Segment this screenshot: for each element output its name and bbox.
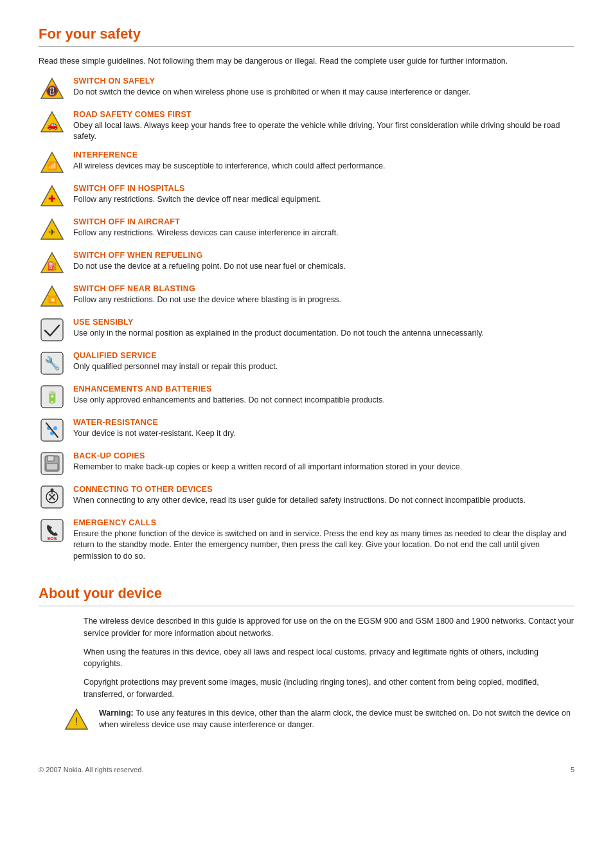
safety-heading-enhancements: ENHANCEMENTS AND BATTERIES (73, 384, 574, 393)
safety-intro: Read these simple guidelines. Not follow… (39, 56, 574, 68)
backup-icon (39, 450, 66, 477)
svg-point-22 (53, 426, 57, 430)
safety-section: For your safety Read these simple guidel… (39, 26, 574, 562)
safety-heading-blasting: SWITCH OFF NEAR BLASTING (73, 284, 574, 293)
about-warning-label: Warning: (99, 709, 136, 718)
svg-text:📶: 📶 (47, 160, 58, 171)
safety-text-blasting: Follow any restrictions. Do not use the … (73, 294, 574, 306)
safety-content-backup: BACK-UP COPIES Remember to make back-up … (73, 450, 574, 473)
svg-text:🔧: 🔧 (44, 356, 60, 371)
svg-text:📵: 📵 (46, 85, 58, 97)
connect-icon (39, 484, 66, 511)
safety-heading-hospitals: SWITCH OFF IN HOSPITALS (73, 184, 574, 193)
safety-item-water: WATER-RESISTANCE Your device is not wate… (39, 417, 574, 444)
svg-text:⛽: ⛽ (47, 260, 58, 271)
safety-text-backup: Remember to make back-up copies or keep … (73, 462, 574, 473)
safety-text-qualified-service: Only qualified personnel may install or … (73, 361, 574, 373)
safety-item-switch-on-safely: 📵 SWITCH ON SAFELY Do not switch the dev… (39, 75, 574, 102)
safety-title: For your safety (39, 26, 574, 42)
phone-warning-icon: 📵 (39, 75, 66, 102)
safety-content-hospitals: SWITCH OFF IN HOSPITALS Follow any restr… (73, 183, 574, 206)
safety-content-aircraft: SWITCH OFF IN AIRCRAFT Follow any restri… (73, 216, 574, 239)
safety-item-aircraft: ✈ SWITCH OFF IN AIRCRAFT Follow any rest… (39, 216, 574, 243)
svg-text:✚: ✚ (48, 194, 56, 204)
safety-heading-water: WATER-RESISTANCE (73, 418, 574, 427)
safety-content-water: WATER-RESISTANCE Your device is not wate… (73, 417, 574, 440)
safety-text-enhancements: Use only approved enhancements and batte… (73, 395, 574, 406)
safety-item-emergency: SOS EMERGENCY CALLS Ensure the phone fun… (39, 517, 574, 563)
safety-heading-backup: BACK-UP COPIES (73, 451, 574, 460)
safety-content-interference: INTERFERENCE All wireless devices may be… (73, 149, 574, 172)
safety-heading-emergency: EMERGENCY CALLS (73, 518, 574, 527)
svg-rect-15 (41, 319, 63, 341)
safety-heading-road-safety: ROAD SAFETY COMES FIRST (73, 110, 574, 119)
safety-item-backup: BACK-UP COPIES Remember to make back-up … (39, 450, 574, 477)
safety-item-qualified-service: 🔧 QUALIFIED SERVICE Only qualified perso… (39, 350, 574, 377)
safety-heading-switch-on-safely: SWITCH ON SAFELY (73, 77, 574, 86)
about-warning-icon: ! (64, 707, 91, 734)
safety-text-use-sensibly: Use only in the normal position as expla… (73, 328, 574, 339)
footer-page-number: 5 (571, 766, 574, 773)
svg-text:🚗: 🚗 (47, 120, 58, 131)
about-para-3: Copyright protections may prevent some i… (84, 676, 574, 701)
safety-item-use-sensibly: USE SENSIBLY Use only in the normal posi… (39, 316, 574, 343)
about-para-2: When using the features in this device, … (84, 646, 574, 671)
safety-item-road-safety: 🚗 ROAD SAFETY COMES FIRST Obey all local… (39, 109, 574, 143)
svg-rect-27 (48, 456, 54, 461)
about-section: About your device The wireless device de… (39, 585, 574, 734)
safety-content-blasting: SWITCH OFF NEAR BLASTING Follow any rest… (73, 283, 574, 306)
safety-item-blasting: 💥 SWITCH OFF NEAR BLASTING Follow any re… (39, 283, 574, 310)
svg-text:🔋: 🔋 (45, 390, 60, 404)
safety-heading-use-sensibly: USE SENSIBLY (73, 318, 574, 327)
svg-text:✈: ✈ (48, 227, 56, 237)
safety-text-emergency: Ensure the phone function of the device … (73, 529, 574, 563)
svg-text:SOS: SOS (48, 536, 57, 541)
safety-heading-interference: INTERFERENCE (73, 150, 574, 159)
safety-heading-connecting: CONNECTING TO OTHER DEVICES (73, 485, 574, 494)
safety-text-switch-on-safely: Do not switch the device on when wireles… (73, 87, 574, 98)
safety-content-refueling: SWITCH OFF WHEN REFUELING Do not use the… (73, 249, 574, 273)
safety-content-use-sensibly: USE SENSIBLY Use only in the normal posi… (73, 316, 574, 339)
about-title: About your device (39, 585, 574, 602)
footer-copyright: © 2007 Nokia. All rights reserved. (39, 766, 143, 773)
safety-content-enhancements: ENHANCEMENTS AND BATTERIES Use only appr… (73, 383, 574, 406)
safety-text-road-safety: Obey all local laws. Always keep your ha… (73, 120, 574, 143)
svg-text:!: ! (75, 716, 78, 727)
safety-text-refueling: Do not use the device at a refueling poi… (73, 261, 574, 273)
safety-item-hospitals: ✚ SWITCH OFF IN HOSPITALS Follow any res… (39, 183, 574, 210)
safety-content-road-safety: ROAD SAFETY COMES FIRST Obey all local l… (73, 109, 574, 143)
safety-text-aircraft: Follow any restrictions. Wireless device… (73, 228, 574, 239)
checkmark-icon (39, 316, 66, 343)
footer: © 2007 Nokia. All rights reserved. 5 (39, 766, 574, 773)
safety-text-hospitals: Follow any restrictions. Switch the devi… (73, 194, 574, 206)
blast-warning-icon: 💥 (39, 283, 66, 310)
safety-text-interference: All wireless devices may be susceptible … (73, 161, 574, 172)
about-warning-row: ! Warning: To use any features in this d… (64, 707, 574, 734)
safety-items-list: 📵 SWITCH ON SAFELY Do not switch the dev… (39, 75, 574, 563)
safety-item-connecting: CONNECTING TO OTHER DEVICES When connect… (39, 484, 574, 511)
safety-content-switch-on-safely: SWITCH ON SAFELY Do not switch the devic… (73, 75, 574, 98)
safety-content-connecting: CONNECTING TO OTHER DEVICES When connect… (73, 484, 574, 507)
about-para-1: The wireless device described in this gu… (84, 615, 574, 640)
safety-heading-qualified-service: QUALIFIED SERVICE (73, 351, 574, 360)
safety-divider (39, 46, 574, 47)
car-warning-icon: 🚗 (39, 109, 66, 136)
safety-text-connecting: When connecting to any other device, rea… (73, 495, 574, 507)
interference-warning-icon: 📶 (39, 149, 66, 176)
safety-text-water: Your device is not water-resistant. Keep… (73, 428, 574, 440)
safety-content-emergency: EMERGENCY CALLS Ensure the phone functio… (73, 517, 574, 563)
fuel-warning-icon: ⛽ (39, 249, 66, 276)
svg-point-31 (51, 488, 54, 491)
svg-rect-28 (46, 464, 58, 470)
sos-icon: SOS (39, 517, 66, 544)
water-icon (39, 417, 66, 444)
safety-item-enhancements: 🔋 ENHANCEMENTS AND BATTERIES Use only ap… (39, 383, 574, 410)
about-divider (39, 606, 574, 606)
svg-text:💥: 💥 (47, 294, 58, 305)
safety-heading-refueling: SWITCH OFF WHEN REFUELING (73, 251, 574, 260)
about-warning-text-container: Warning: To use any features in this dev… (99, 707, 574, 732)
safety-item-refueling: ⛽ SWITCH OFF WHEN REFUELING Do not use t… (39, 249, 574, 276)
wrench-icon: 🔧 (39, 350, 66, 377)
battery-icon: 🔋 (39, 383, 66, 410)
aircraft-warning-icon: ✈ (39, 216, 66, 243)
